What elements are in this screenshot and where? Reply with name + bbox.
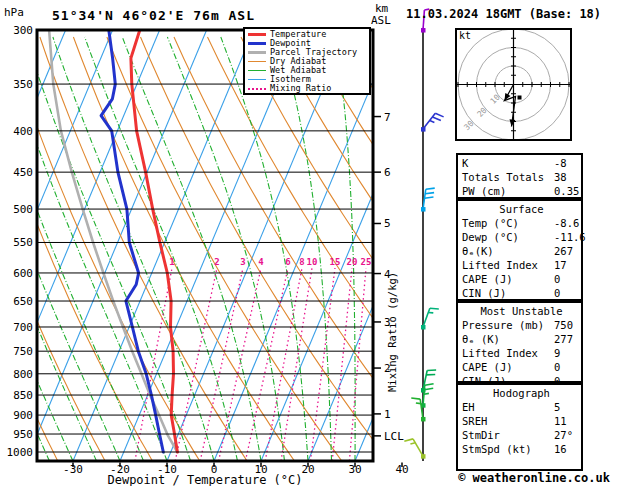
pressure-tick-label: 350 [13, 78, 33, 91]
mixing-ratio-line [175, 268, 217, 461]
wind-barb-feather [425, 193, 434, 194]
temp-tick-label: 30 [348, 463, 361, 476]
wind-barb-half-feather [416, 403, 421, 404]
legend-item: Mixing Ratio [248, 84, 369, 93]
pressure-tick-label: 700 [13, 321, 33, 334]
mixing-ratio-value-label: 1 [169, 257, 174, 267]
panel-surface-row-value: 17 [554, 258, 567, 272]
mixing-ratio-value-label: 20 [347, 257, 358, 267]
wind-barb-feather [426, 188, 435, 189]
wet-adiabat-line [0, 37, 3, 461]
pressure-tick-label: 850 [13, 389, 33, 402]
altitude-tick-label: 1 [384, 408, 391, 421]
legend-line-sample [248, 79, 266, 80]
panel-hodograph-stats-row-label: StmSpd (kt) [462, 443, 532, 455]
panel-surface-row: CAPE (J)0 [462, 272, 581, 286]
wind-barb-feather [404, 439, 413, 441]
temp-tick-label: -30 [63, 463, 83, 476]
panel-hodograph-stats-title: Hodograph [462, 386, 581, 400]
panel-most-unstable-row-value: 277 [554, 332, 573, 346]
panel-indices-row: K-8 [462, 156, 581, 170]
wind-barb-feather [425, 384, 434, 386]
mixing-ratio-line [311, 268, 336, 461]
pressure-tick-label: 550 [13, 236, 33, 249]
panel-most-unstable-row-label: θₑ (K) [462, 333, 500, 345]
panel-surface-row: Dewp (°C)-11.6 [462, 230, 581, 244]
legend-line-sample [248, 61, 266, 62]
wind-barb-feather [424, 388, 433, 390]
wind-barb-feather [411, 398, 420, 399]
panel-indices-row-label: PW (cm) [462, 185, 506, 197]
panel-most-unstable-row-value: 0 [554, 360, 560, 374]
pressure-tick-label: 450 [13, 166, 33, 179]
hodograph-frame [455, 28, 572, 141]
panel-surface-row-value: 267 [554, 244, 573, 258]
wind-barb-half-feather [410, 443, 415, 444]
panel-indices-row-label: K [462, 157, 468, 169]
legend-line-sample [248, 51, 266, 54]
pressure-axis-unit: hPa [4, 6, 24, 19]
panel-hodograph-stats-row-label: SREH [462, 415, 487, 427]
lcl-label: LCL [384, 430, 404, 443]
panel-most-unstable-row-label: CAPE (J) [462, 361, 513, 373]
wind-barb-half-feather [430, 120, 435, 122]
legend-line-sample [248, 88, 266, 90]
legend-box: TemperatureDewpointParcel TrajectoryDry … [243, 27, 371, 95]
pressure-tick-label: 600 [13, 267, 33, 280]
copyright-watermark: © weatheronline.co.uk [438, 471, 629, 485]
mixing-ratio-value-label: 4 [258, 257, 264, 267]
panel-hodograph-stats-row: EH5 [462, 400, 581, 414]
altitude-axis-unit-asl: ASL [371, 14, 391, 27]
run-datetime: 11.03.2024 18GMT (Base: 18) [406, 7, 601, 21]
panel-most-unstable-row: Lifted Index9 [462, 346, 581, 360]
wet-adiabat-line [402, 37, 425, 461]
panel-surface-row: Temp (°C)-8.6 [462, 216, 581, 230]
panel-most-unstable-row-value: 750 [554, 318, 573, 332]
pressure-tick-label: 750 [13, 345, 33, 358]
panel-most-unstable: Most UnstablePressure (mb)750θₑ (K)277Li… [456, 301, 583, 383]
panel-hodograph-stats-row: StmDir27° [462, 428, 581, 442]
mixing-ratio-value-label: 2 [214, 257, 219, 267]
temperature-axis-label: Dewpoint / Temperature (°C) [85, 473, 325, 486]
panel-hodograph-stats-row: StmSpd (kt)16 [462, 442, 581, 456]
panel-surface-row: Lifted Index17 [462, 258, 581, 272]
panel-hodograph-stats-row-label: EH [462, 401, 475, 413]
panel-hodograph-stats-row-value: 16 [554, 442, 567, 456]
mixing-ratio-value-label: 6 [285, 257, 290, 267]
panel-hodograph-stats: HodographEH5SREH11StmDir27°StmSpd (kt)16 [456, 383, 583, 471]
dry-adiabat-line [141, 37, 390, 461]
altitude-tick-label: 5 [384, 217, 391, 230]
panel-indices-row: Totals Totals38 [462, 170, 581, 184]
legend-item-label: Mixing Ratio [270, 84, 331, 93]
mixing-ratio-value-label: 8 [299, 257, 304, 267]
panel-surface-row-label: Temp (°C) [462, 217, 519, 229]
panel-most-unstable-row: CAPE (J)0 [462, 360, 581, 374]
panel-surface-row: CIN (J)0 [462, 286, 581, 300]
panel-most-unstable-row-label: Pressure (mb) [462, 319, 544, 331]
panel-most-unstable-row: Pressure (mb)750 [462, 318, 581, 332]
wind-barb-half-feather [424, 393, 429, 394]
altitude-tick-label: 7 [384, 111, 391, 124]
panel-surface-row: θₑ(K)267 [462, 244, 581, 258]
panel-surface-row-value: 0 [554, 286, 560, 300]
page-title: 51°34'N 46°02'E 76m ASL [52, 8, 255, 23]
pressure-tick-label: 900 [13, 409, 33, 422]
isotherm-line [73, 30, 254, 461]
altitude-tick-label: 6 [384, 166, 391, 179]
panel-hodograph-stats-row-value: 27° [554, 428, 573, 442]
panel-hodograph-stats-row: SREH11 [462, 414, 581, 428]
pressure-tick-label: 950 [13, 428, 33, 441]
panel-hodograph-stats-row-value: 5 [554, 400, 560, 414]
pressure-tick-label: 650 [13, 295, 33, 308]
dry-adiabat-line [0, 37, 10, 461]
panel-most-unstable-title: Most Unstable [462, 304, 581, 318]
panel-surface-row-value: -8.6 [554, 216, 579, 230]
sounding-app: 1234681015202530035040045050055060065070… [0, 0, 629, 486]
wind-barb-feather [435, 113, 443, 117]
pressure-tick-label: 1000 [7, 446, 34, 459]
legend-line-sample [248, 70, 266, 71]
mixing-ratio-value-label: 15 [330, 257, 341, 267]
legend-line-sample [248, 42, 266, 45]
dry-adiabat-line [73, 37, 294, 461]
legend-line-sample [248, 33, 266, 36]
